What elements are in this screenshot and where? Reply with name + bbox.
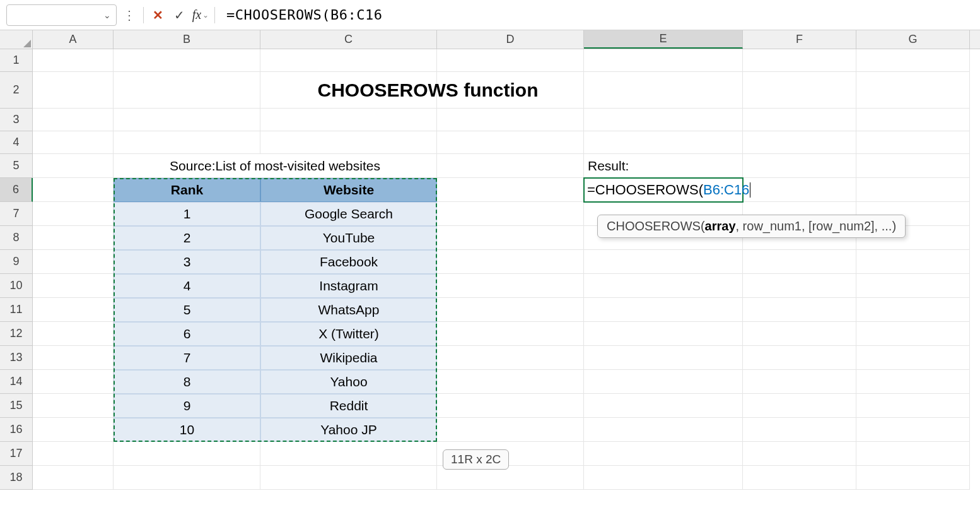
cell[interactable] — [437, 109, 584, 131]
cell[interactable] — [33, 394, 114, 418]
cell[interactable] — [856, 298, 970, 322]
cell[interactable] — [114, 466, 260, 490]
cell[interactable] — [743, 370, 856, 394]
row-header[interactable]: 17 — [0, 442, 33, 466]
table-cell-rank[interactable]: 1 — [114, 202, 260, 226]
cell[interactable] — [437, 131, 584, 154]
row-header[interactable]: 3 — [0, 109, 33, 131]
column-header-A[interactable]: A — [33, 30, 114, 49]
row-header[interactable]: 12 — [0, 322, 33, 346]
cell[interactable] — [584, 418, 743, 442]
cell[interactable] — [260, 442, 437, 466]
cell[interactable] — [33, 202, 114, 226]
table-cell-website[interactable]: WhatsApp — [260, 298, 437, 322]
table-cell-website[interactable]: Yahoo JP — [260, 418, 437, 442]
cell[interactable] — [437, 370, 584, 394]
cell[interactable] — [856, 72, 970, 109]
cell[interactable] — [584, 370, 743, 394]
cell[interactable] — [437, 418, 584, 442]
table-cell-rank[interactable]: 9 — [114, 394, 260, 418]
column-header-F[interactable]: F — [743, 30, 856, 49]
cell[interactable] — [260, 109, 437, 131]
cell[interactable] — [260, 466, 437, 490]
cell[interactable] — [584, 274, 743, 298]
table-cell-rank[interactable]: 3 — [114, 250, 260, 274]
cell[interactable] — [856, 322, 970, 346]
cell[interactable] — [437, 298, 584, 322]
cell[interactable] — [743, 322, 856, 346]
table-cell-website[interactable]: Yahoo — [260, 370, 437, 394]
row-header[interactable]: 15 — [0, 394, 33, 418]
cell[interactable] — [33, 250, 114, 274]
chevron-down-icon[interactable]: ⌄ — [103, 10, 111, 20]
table-header-rank[interactable]: Rank — [114, 178, 260, 202]
cell[interactable] — [584, 109, 743, 131]
table-cell-website[interactable]: Google Search — [260, 202, 437, 226]
cell[interactable] — [743, 72, 856, 109]
cell[interactable] — [437, 202, 584, 226]
source-label[interactable]: Source:List of most-visited websites — [114, 154, 437, 178]
cell[interactable] — [33, 154, 114, 178]
column-header-B[interactable]: B — [114, 30, 260, 49]
cell[interactable] — [743, 274, 856, 298]
cell[interactable] — [114, 49, 260, 72]
cell[interactable] — [437, 154, 584, 178]
cell[interactable] — [114, 442, 260, 466]
cell[interactable] — [260, 49, 437, 72]
cell[interactable] — [743, 466, 856, 490]
cell[interactable] — [33, 178, 114, 202]
cell[interactable] — [437, 322, 584, 346]
table-cell-website[interactable]: Instagram — [260, 274, 437, 298]
cell[interactable] — [584, 394, 743, 418]
cell[interactable] — [743, 418, 856, 442]
row-header[interactable]: 18 — [0, 466, 33, 490]
cell[interactable] — [33, 274, 114, 298]
cell[interactable] — [33, 298, 114, 322]
table-cell-rank[interactable]: 10 — [114, 418, 260, 442]
table-cell-website[interactable]: Wikipedia — [260, 346, 437, 370]
result-label[interactable]: Result: — [584, 154, 743, 178]
row-header[interactable]: 8 — [0, 226, 33, 250]
cell[interactable] — [437, 394, 584, 418]
column-header-G[interactable]: G — [856, 30, 970, 49]
column-header-E[interactable]: E — [584, 30, 743, 49]
cell[interactable] — [584, 72, 743, 109]
select-all-corner[interactable] — [0, 30, 33, 49]
cell[interactable] — [584, 322, 743, 346]
formula-input[interactable] — [220, 4, 974, 26]
cell[interactable] — [856, 346, 970, 370]
cell[interactable] — [743, 346, 856, 370]
cell[interactable] — [743, 298, 856, 322]
cell[interactable] — [33, 131, 114, 154]
more-icon[interactable]: ⋮ — [120, 9, 138, 21]
table-cell-rank[interactable]: 4 — [114, 274, 260, 298]
cell[interactable] — [437, 49, 584, 72]
cell[interactable] — [437, 72, 584, 109]
table-cell-website[interactable]: Facebook — [260, 250, 437, 274]
row-header[interactable]: 11 — [0, 298, 33, 322]
cell[interactable] — [33, 49, 114, 72]
cell[interactable] — [743, 49, 856, 72]
table-cell-rank[interactable]: 8 — [114, 370, 260, 394]
table-cell-rank[interactable]: 2 — [114, 226, 260, 250]
column-header-D[interactable]: D — [437, 30, 584, 49]
cell[interactable] — [584, 298, 743, 322]
cancel-button[interactable]: ✕ — [149, 6, 166, 24]
cell[interactable] — [856, 178, 970, 202]
cell[interactable] — [33, 109, 114, 131]
cell[interactable] — [33, 72, 114, 109]
cell[interactable] — [743, 250, 856, 274]
cell[interactable] — [856, 418, 970, 442]
table-cell-website[interactable]: X (Twitter) — [260, 322, 437, 346]
cell[interactable] — [437, 250, 584, 274]
cell[interactable] — [260, 131, 437, 154]
cell[interactable] — [743, 442, 856, 466]
cell[interactable] — [584, 442, 743, 466]
cell[interactable] — [33, 226, 114, 250]
cell[interactable] — [584, 131, 743, 154]
cell[interactable] — [584, 466, 743, 490]
cell[interactable] — [437, 346, 584, 370]
table-cell-rank[interactable]: 5 — [114, 298, 260, 322]
cell[interactable] — [33, 466, 114, 490]
cell[interactable] — [856, 250, 970, 274]
